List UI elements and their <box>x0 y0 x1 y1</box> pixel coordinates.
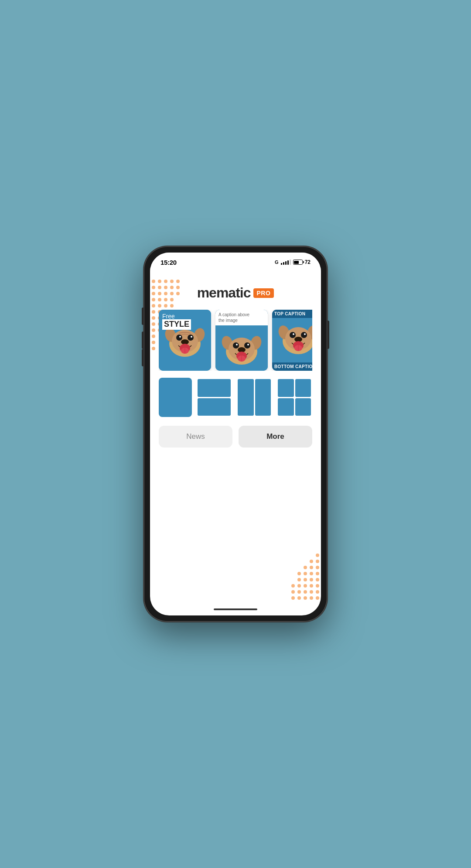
svg-point-36 <box>316 596 319 600</box>
svg-point-37 <box>310 596 313 600</box>
layouts-section <box>150 378 321 426</box>
logo-section: mematic PRO <box>150 272 321 310</box>
caption-above-text: A caption abovethe image <box>215 310 268 325</box>
more-button[interactable]: More <box>239 426 312 448</box>
phone-device: 15:20 G 72 <box>144 246 327 622</box>
svg-point-38 <box>304 596 307 600</box>
carrier-icon: G <box>275 260 279 265</box>
svg-point-83 <box>236 344 238 345</box>
app-name: mematic <box>197 285 251 301</box>
svg-point-39 <box>297 596 301 600</box>
template-card-freestyle[interactable]: Free STYLE <box>159 310 211 371</box>
pug-image-3 <box>272 318 312 362</box>
empty-content-area <box>150 456 321 587</box>
pro-badge: PRO <box>253 288 274 298</box>
template-card-top-bottom[interactable]: TOP CAPTION <box>272 310 312 371</box>
home-indicator <box>150 603 321 615</box>
status-time: 15:20 <box>160 259 177 266</box>
svg-point-96 <box>304 333 306 335</box>
battery-icon <box>293 260 303 265</box>
template-cards-list: Free STYLE <box>159 310 312 371</box>
svg-point-45 <box>291 590 295 594</box>
layout-quad[interactable] <box>276 378 312 417</box>
svg-point-82 <box>244 342 250 349</box>
svg-point-94 <box>301 332 307 338</box>
buttons-section: News More <box>150 426 321 456</box>
top-caption-label: TOP CAPTION <box>272 310 312 318</box>
svg-point-42 <box>310 590 313 594</box>
layout-vsplit[interactable] <box>236 378 272 417</box>
svg-point-69 <box>176 335 182 341</box>
layout-single[interactable] <box>159 378 192 417</box>
status-bar: 15:20 G 72 <box>150 253 321 272</box>
svg-point-41 <box>316 590 319 594</box>
template-card-caption-above[interactable]: A caption abovethe image <box>215 310 268 371</box>
news-button[interactable]: News <box>159 426 232 448</box>
svg-point-72 <box>191 336 192 338</box>
svg-point-44 <box>297 590 301 594</box>
screen-content: mematic PRO Free STYLE <box>150 272 321 603</box>
phone-screen: 15:20 G 72 <box>150 253 321 615</box>
bottom-caption-label: BOTTOM CAPTIO <box>272 362 312 371</box>
svg-point-95 <box>293 333 294 335</box>
layout-two-row[interactable] <box>196 378 232 417</box>
status-icons: G 72 <box>275 259 311 265</box>
home-bar <box>214 608 257 610</box>
svg-point-43 <box>304 590 307 594</box>
signal-bars-icon <box>281 260 291 265</box>
svg-point-71 <box>179 336 181 338</box>
svg-point-40 <box>291 596 295 600</box>
layout-grid <box>159 378 312 417</box>
svg-point-81 <box>233 342 239 349</box>
svg-point-93 <box>290 332 296 338</box>
templates-section: Free STYLE <box>150 310 321 378</box>
battery-percent: 72 <box>305 259 311 265</box>
svg-point-84 <box>247 344 249 345</box>
svg-point-70 <box>188 335 194 341</box>
pug-image-2 <box>215 325 268 371</box>
